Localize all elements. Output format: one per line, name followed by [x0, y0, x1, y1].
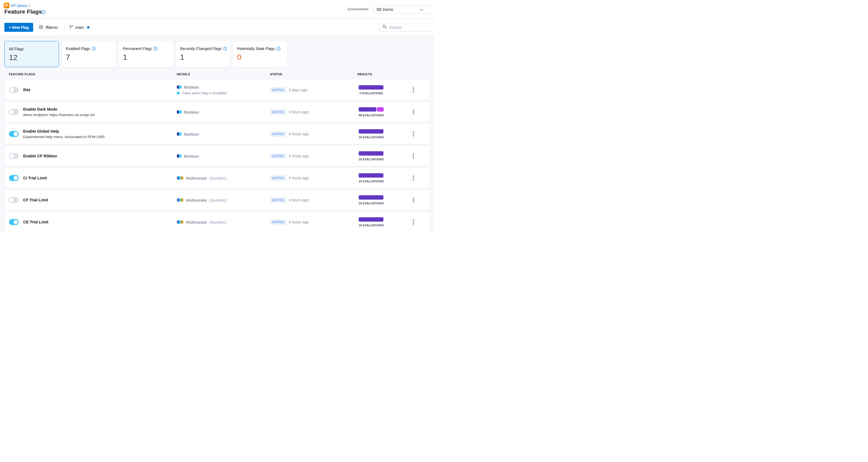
flag-type: Multivariate — [186, 220, 207, 224]
flag-type-note: (Number) — [209, 175, 226, 180]
flag-details: Multivariate(Number) — [177, 198, 226, 202]
info-icon[interactable] — [154, 47, 157, 51]
info-icon[interactable] — [92, 47, 96, 51]
repo-name: ffdemo — [46, 25, 58, 30]
stat-label: Enabled Flags — [66, 46, 90, 51]
flag-name[interactable]: CF Trial Limit — [23, 198, 170, 202]
evaluations-bar — [359, 173, 384, 177]
table-row[interactable]: CE Trial Limit Multivariate(Number) ACTI… — [4, 212, 430, 231]
evaluations-bar — [359, 195, 384, 199]
table-row[interactable]: CF Trial Limit Multivariate(Number) ACTI… — [4, 190, 430, 210]
row-menu-button[interactable] — [411, 153, 415, 160]
stat-label: Potentially Stale Flags — [237, 46, 275, 51]
evaluations-count: 4 EVALUATIONS — [348, 91, 394, 95]
evaluations-bar — [359, 85, 384, 90]
stat-value: 1 — [123, 53, 169, 62]
git-branch-icon — [69, 25, 73, 30]
chevron-down-icon — [420, 8, 424, 12]
content-area: All Flags 12 Enabled Flags 7 Permanent F… — [0, 36, 434, 231]
table-header: FEATURE FLAGS DETAILS STATUS RESULTS — [0, 71, 434, 78]
flag-name[interactable]: ff44 — [23, 88, 170, 92]
flag-name[interactable]: CI Trial Limit — [23, 176, 170, 180]
stat-card-recently-changed-flags[interactable]: Recently Changed Flags 1 — [176, 41, 230, 67]
stat-value: 0 — [237, 53, 284, 62]
flag-type-note: (Number) — [209, 198, 226, 202]
branch-selector[interactable]: main — [69, 23, 90, 32]
flag-toggle[interactable] — [9, 87, 19, 93]
multivariate-type-icon — [177, 198, 184, 202]
info-icon[interactable] — [223, 47, 227, 51]
last-updated: 3 days ago — [289, 88, 308, 92]
evaluations-bar — [359, 217, 384, 222]
column-header-details: DETAILS — [177, 72, 190, 76]
flag-description: Experimental help menu. Associated to FF… — [23, 135, 170, 139]
flag-status: ACTIVE 3 days ago — [270, 87, 307, 93]
column-header-results: RESULTS — [358, 72, 372, 76]
row-menu-button[interactable] — [411, 174, 415, 182]
table-row[interactable]: Enable Global Help Experimental help men… — [4, 124, 430, 144]
stat-value: 7 — [66, 53, 112, 62]
flag-name[interactable]: Enable Dark Mode — [23, 107, 170, 111]
flag-name[interactable]: Enable CF Ribbon — [23, 154, 170, 158]
table-row[interactable]: ff44 Boolean False when flag is Disabled… — [4, 79, 430, 100]
flag-toggle[interactable] — [9, 109, 19, 115]
flag-toggle[interactable] — [9, 219, 19, 225]
stat-card-all-flags[interactable]: All Flags 12 — [4, 41, 59, 67]
flag-description: demo endpoint: https://harness-se.surge.… — [23, 113, 170, 117]
stat-card-potentially-stale-flags[interactable]: Potentially Stale Flags 0 — [233, 41, 287, 67]
flag-toggle[interactable] — [9, 153, 19, 159]
branch-name: main — [75, 25, 84, 30]
repo-selector[interactable]: ffdemo — [39, 23, 58, 32]
flag-type: Boolean — [184, 132, 199, 136]
table-row[interactable]: Enable CF Ribbon Boolean ACTIVE 4 hours … — [4, 146, 430, 166]
environment-label: Environment — [348, 7, 369, 11]
environment-select[interactable]: SE Demo — [372, 5, 434, 13]
evaluations-count: 19 EVALUATIONS — [348, 179, 394, 183]
row-menu-button[interactable] — [411, 87, 415, 94]
flag-results: 19 EVALUATIONS — [348, 217, 394, 227]
table-row[interactable]: Enable Dark Mode demo endpoint: https://… — [4, 102, 430, 122]
stat-value: 1 — [180, 53, 226, 62]
boolean-type-icon — [177, 132, 182, 136]
flag-name[interactable]: CE Trial Limit — [23, 220, 170, 224]
row-menu-button[interactable] — [411, 219, 415, 226]
boolean-type-icon — [177, 110, 182, 113]
info-icon[interactable] — [277, 47, 280, 51]
flag-toggle[interactable] — [9, 131, 19, 137]
row-menu-button[interactable] — [411, 197, 415, 203]
flag-type: Boolean — [184, 109, 199, 114]
table-row[interactable]: CI Trial Limit Multivariate(Number) ACTI… — [4, 168, 430, 188]
flag-toggle[interactable] — [9, 197, 19, 203]
stat-card-permanent-flags[interactable]: Permanent Flags 1 — [119, 41, 173, 67]
flag-name[interactable]: Enable Global Help — [23, 129, 170, 133]
status-badge: ACTIVE — [270, 109, 286, 115]
search-input[interactable] — [389, 25, 433, 30]
status-badge: ACTIVE — [270, 175, 286, 181]
flag-status: ACTIVE 4 hours ago — [270, 219, 309, 225]
flag-details: Boolean — [177, 154, 199, 158]
search-box[interactable] — [379, 23, 434, 32]
flag-subtext: False when flag is Disabled — [182, 91, 226, 95]
evaluations-count: 19 EVALUATIONS — [348, 201, 394, 205]
flag-results: 98 EVALUATIONS — [348, 107, 394, 117]
toggle-knob — [9, 88, 14, 92]
title-info-icon[interactable] — [41, 10, 45, 14]
breadcrumb-project-link[interactable]: FF Demo — [11, 3, 27, 8]
flag-type: Boolean — [184, 154, 199, 158]
toggle-knob — [9, 154, 14, 159]
column-header-status: STATUS — [270, 72, 282, 76]
stat-label: All Flags — [9, 47, 24, 51]
new-flag-button[interactable]: + New Flag — [4, 23, 33, 32]
row-menu-button[interactable] — [411, 108, 415, 116]
variation-dot-icon — [177, 91, 180, 95]
flag-results: 19 EVALUATIONS — [348, 195, 394, 205]
page-title: Feature Flags — [4, 8, 42, 15]
stat-card-enabled-flags[interactable]: Enabled Flags 7 — [61, 41, 116, 67]
toolbar-divider — [65, 24, 65, 31]
row-menu-button[interactable] — [411, 130, 415, 137]
flag-toggle[interactable] — [9, 175, 19, 181]
stats-row: All Flags 12 Enabled Flags 7 Permanent F… — [4, 41, 434, 67]
multivariate-type-icon — [177, 176, 184, 179]
status-badge: ACTIVE — [270, 87, 286, 93]
toggle-knob — [9, 109, 14, 114]
